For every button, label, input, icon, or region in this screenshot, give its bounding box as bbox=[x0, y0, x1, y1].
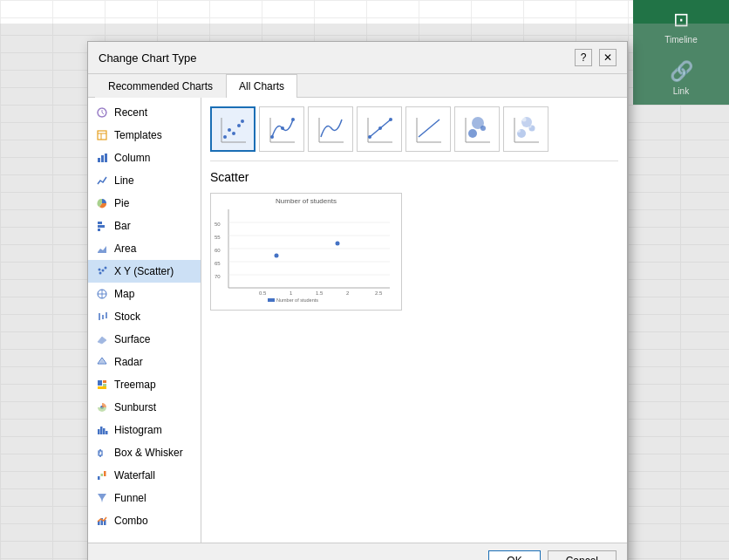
svg-rect-4 bbox=[101, 155, 104, 162]
chart-section-title: Scatter bbox=[210, 170, 618, 184]
svg-rect-95 bbox=[268, 298, 275, 302]
svg-point-94 bbox=[336, 242, 340, 246]
svg-point-52 bbox=[281, 126, 284, 130]
chart-list-label: X Y (Scatter) bbox=[114, 265, 174, 277]
chart-preview-title: Number of students bbox=[211, 194, 401, 205]
chart-list-label: Templates bbox=[114, 129, 162, 141]
chart-list-item-combo[interactable]: Combo bbox=[88, 509, 201, 532]
svg-text:60: 60 bbox=[215, 248, 221, 253]
dialog-footer: OK Cancel bbox=[88, 543, 627, 560]
scatter-subtype-bubble[interactable] bbox=[454, 106, 500, 152]
chart-list-label: Area bbox=[114, 242, 136, 255]
chart-list-item-treemap[interactable]: Treemap bbox=[88, 373, 201, 396]
chart-list-label: Bar bbox=[114, 220, 131, 232]
svg-point-45 bbox=[237, 124, 241, 127]
chart-list-item-area[interactable]: Area bbox=[88, 237, 201, 260]
svg-marker-37 bbox=[98, 494, 106, 502]
scatter-subtype-plain[interactable] bbox=[210, 106, 255, 152]
dialog-controls: ? ✕ bbox=[575, 49, 617, 66]
svg-rect-22 bbox=[103, 380, 106, 383]
chart-list-icon bbox=[95, 400, 109, 414]
scatter-subtype-bubble-3d[interactable] bbox=[503, 106, 548, 152]
svg-point-93 bbox=[275, 254, 279, 258]
dialog-title: Change Chart Type bbox=[99, 51, 197, 65]
cancel-button[interactable]: Cancel bbox=[548, 550, 617, 560]
chart-list-label: Recent bbox=[114, 106, 147, 119]
chart-list-label: Treemap bbox=[114, 379, 156, 391]
svg-rect-36 bbox=[104, 471, 106, 476]
svg-rect-27 bbox=[100, 427, 103, 434]
dialog-overlay: Change Chart Type ? ✕ Recommended Charts… bbox=[0, 24, 729, 560]
chart-list-item-bar[interactable]: Bar bbox=[88, 215, 201, 237]
tab-all-charts[interactable]: All Charts bbox=[226, 74, 297, 98]
chart-list-label: Column bbox=[114, 152, 150, 164]
chart-list-label: Radar bbox=[114, 356, 143, 368]
svg-text:1.5: 1.5 bbox=[316, 290, 324, 296]
chart-list-icon bbox=[95, 332, 109, 346]
tab-recommended-charts[interactable]: Recommended Charts bbox=[95, 74, 226, 98]
chart-list-item-histogram[interactable]: Histogram bbox=[88, 419, 201, 441]
svg-text:2: 2 bbox=[346, 290, 350, 296]
chart-list-label: Histogram bbox=[114, 424, 162, 436]
chart-list-item-waterfall[interactable]: Waterfall bbox=[88, 464, 201, 487]
svg-text:50: 50 bbox=[215, 222, 221, 227]
svg-rect-26 bbox=[98, 429, 100, 434]
chart-list-item-column[interactable]: Column bbox=[88, 147, 201, 169]
chart-list-item-x-y--scatter-[interactable]: X Y (Scatter) bbox=[88, 260, 201, 283]
chart-list-item-funnel[interactable]: Funnel bbox=[88, 487, 201, 509]
chart-list-item-line[interactable]: Line bbox=[88, 169, 201, 192]
svg-rect-5 bbox=[105, 154, 107, 162]
chart-content: Scatter Number of students bbox=[201, 98, 627, 543]
dialog-body: RecentTemplatesColumnLinePieBarAreaX Y (… bbox=[88, 98, 627, 543]
chart-list-item-templates[interactable]: Templates bbox=[88, 124, 201, 147]
chart-list-label: Waterfall bbox=[114, 469, 155, 481]
chart-list-item-sunburst[interactable]: Sunburst bbox=[88, 396, 201, 419]
svg-point-53 bbox=[291, 118, 295, 121]
chart-list-icon bbox=[95, 468, 109, 482]
chart-list-item-surface[interactable]: Surface bbox=[88, 328, 201, 351]
chart-list-label: Stock bbox=[114, 311, 140, 323]
svg-point-71 bbox=[517, 129, 521, 133]
chart-list-icon bbox=[95, 196, 109, 210]
svg-text:0.5: 0.5 bbox=[259, 290, 267, 296]
svg-rect-8 bbox=[98, 229, 100, 231]
ok-button[interactable]: OK bbox=[488, 550, 540, 560]
help-button[interactable]: ? bbox=[575, 49, 592, 66]
scatter-subtype-smooth[interactable] bbox=[308, 106, 353, 152]
chart-list-icon bbox=[95, 287, 109, 301]
svg-point-43 bbox=[228, 128, 231, 132]
change-chart-type-dialog: Change Chart Type ? ✕ Recommended Charts… bbox=[87, 41, 628, 560]
excel-background: Formulas Data Review View Help Chart Des… bbox=[0, 0, 729, 560]
svg-rect-3 bbox=[98, 158, 100, 162]
chart-list-item-pie[interactable]: Pie bbox=[88, 192, 201, 215]
chart-list-icon bbox=[95, 174, 109, 188]
scatter-preview-svg: 70 65 60 55 50 0.5 1 1.5 2 2.5 bbox=[211, 205, 403, 305]
svg-point-65 bbox=[468, 129, 477, 138]
svg-point-42 bbox=[223, 135, 227, 139]
chart-list-item-box---whisker[interactable]: Box & Whisker bbox=[88, 441, 201, 464]
chart-list-icon bbox=[95, 151, 109, 165]
svg-point-9 bbox=[99, 272, 102, 275]
close-button[interactable]: ✕ bbox=[599, 49, 617, 66]
chart-list-item-map[interactable]: Map bbox=[88, 283, 201, 305]
chart-list-icon bbox=[95, 219, 109, 233]
svg-point-12 bbox=[99, 269, 101, 271]
svg-text:Number of students: Number of students bbox=[276, 297, 318, 303]
dialog-tabs: Recommended Charts All Charts bbox=[88, 74, 627, 98]
scatter-subtype-straight[interactable] bbox=[405, 106, 451, 152]
chart-list-item-stock[interactable]: Stock bbox=[88, 305, 201, 328]
svg-text:2.5: 2.5 bbox=[375, 290, 383, 296]
svg-rect-6 bbox=[98, 222, 102, 224]
chart-type-list: RecentTemplatesColumnLinePieBarAreaX Y (… bbox=[88, 98, 201, 543]
svg-point-10 bbox=[102, 270, 105, 272]
chart-list-icon bbox=[95, 242, 109, 256]
chart-list-label: Pie bbox=[114, 197, 129, 209]
chart-list-icon bbox=[95, 423, 109, 437]
svg-point-11 bbox=[105, 267, 107, 270]
chart-list-item-recent[interactable]: Recent bbox=[88, 101, 201, 124]
chart-list-item-radar[interactable]: Radar bbox=[88, 351, 201, 373]
scatter-subtype-straight-markers[interactable] bbox=[357, 106, 402, 152]
scatter-subtype-smooth-markers[interactable] bbox=[259, 106, 304, 152]
svg-point-67 bbox=[472, 117, 484, 129]
chart-list-icon bbox=[95, 264, 109, 278]
